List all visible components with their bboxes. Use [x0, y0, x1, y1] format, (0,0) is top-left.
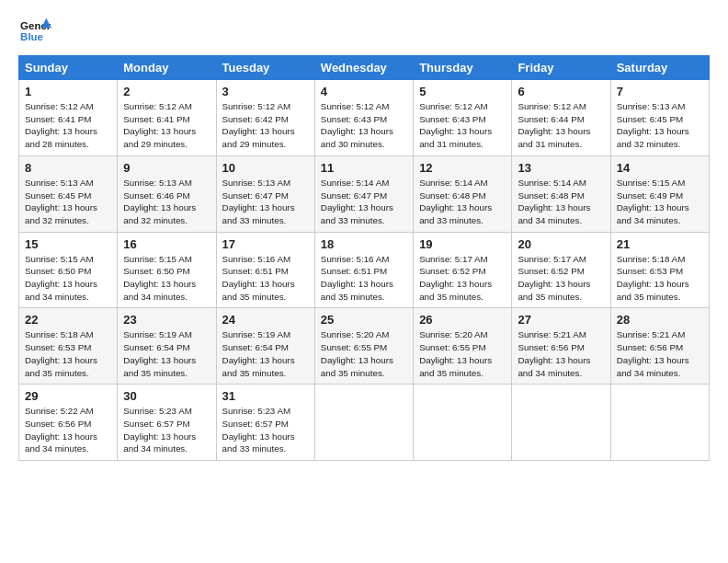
day-detail: Sunrise: 5:13 AMSunset: 6:47 PMDaylight:…: [222, 177, 309, 227]
day-number: 14: [617, 161, 703, 175]
day-detail: Sunrise: 5:16 AMSunset: 6:51 PMDaylight:…: [222, 253, 309, 304]
day-number: 2: [123, 85, 210, 98]
day-detail: Sunrise: 5:19 AMSunset: 6:54 PMDaylight:…: [123, 328, 210, 379]
svg-text:Blue: Blue: [20, 31, 43, 42]
weekday-header-friday: Friday: [512, 56, 610, 80]
calendar-cell: 24Sunrise: 5:19 AMSunset: 6:54 PMDayligh…: [216, 308, 314, 385]
calendar-cell: 6Sunrise: 5:12 AMSunset: 6:44 PMDaylight…: [512, 80, 610, 156]
calendar-table: SundayMondayTuesdayWednesdayThursdayFrid…: [18, 55, 710, 461]
day-number: 29: [25, 389, 111, 403]
day-number: 1: [25, 85, 111, 98]
day-detail: Sunrise: 5:19 AMSunset: 6:54 PMDaylight:…: [222, 328, 309, 379]
day-number: 10: [222, 161, 309, 175]
day-number: 22: [25, 313, 111, 327]
calendar-cell: [512, 385, 610, 461]
day-number: 11: [321, 161, 407, 175]
calendar-cell: 10Sunrise: 5:13 AMSunset: 6:47 PMDayligh…: [216, 155, 314, 232]
day-detail: Sunrise: 5:13 AMSunset: 6:45 PMDaylight:…: [25, 177, 111, 227]
calendar-cell: 19Sunrise: 5:17 AMSunset: 6:52 PMDayligh…: [414, 232, 512, 308]
day-number: 28: [617, 313, 703, 327]
calendar-cell: [414, 385, 512, 461]
weekday-header-wednesday: Wednesday: [314, 56, 413, 80]
calendar-cell: 8Sunrise: 5:13 AMSunset: 6:45 PMDaylight…: [19, 155, 118, 232]
day-detail: Sunrise: 5:20 AMSunset: 6:55 PMDaylight:…: [321, 328, 407, 379]
day-detail: Sunrise: 5:15 AMSunset: 6:49 PMDaylight:…: [617, 177, 703, 227]
day-detail: Sunrise: 5:16 AMSunset: 6:51 PMDaylight:…: [321, 253, 407, 304]
calendar-cell: 31Sunrise: 5:23 AMSunset: 6:57 PMDayligh…: [216, 385, 314, 461]
calendar-week-3: 15Sunrise: 5:15 AMSunset: 6:50 PMDayligh…: [19, 232, 710, 308]
calendar-cell: 20Sunrise: 5:17 AMSunset: 6:52 PMDayligh…: [512, 232, 610, 308]
calendar-cell: 9Sunrise: 5:13 AMSunset: 6:46 PMDaylight…: [118, 155, 216, 232]
calendar-cell: 14Sunrise: 5:15 AMSunset: 6:49 PMDayligh…: [610, 155, 709, 232]
header: General Blue: [18, 17, 710, 44]
day-detail: Sunrise: 5:13 AMSunset: 6:45 PMDaylight:…: [617, 100, 703, 151]
calendar-cell: 27Sunrise: 5:21 AMSunset: 6:56 PMDayligh…: [512, 308, 610, 385]
day-number: 8: [25, 161, 111, 175]
calendar-cell: 25Sunrise: 5:20 AMSunset: 6:55 PMDayligh…: [314, 308, 413, 385]
day-detail: Sunrise: 5:14 AMSunset: 6:48 PMDaylight:…: [419, 177, 506, 227]
day-number: 18: [321, 237, 407, 251]
day-number: 27: [518, 313, 604, 327]
calendar-cell: 5Sunrise: 5:12 AMSunset: 6:43 PMDaylight…: [414, 80, 512, 156]
day-number: 30: [123, 389, 210, 403]
day-number: 7: [617, 85, 703, 98]
day-detail: Sunrise: 5:18 AMSunset: 6:53 PMDaylight:…: [25, 328, 111, 379]
day-detail: Sunrise: 5:12 AMSunset: 6:41 PMDaylight:…: [25, 100, 111, 151]
day-detail: Sunrise: 5:21 AMSunset: 6:56 PMDaylight:…: [617, 328, 703, 379]
calendar-week-4: 22Sunrise: 5:18 AMSunset: 6:53 PMDayligh…: [19, 308, 710, 385]
day-detail: Sunrise: 5:18 AMSunset: 6:53 PMDaylight:…: [617, 253, 703, 304]
calendar-cell: 13Sunrise: 5:14 AMSunset: 6:48 PMDayligh…: [512, 155, 610, 232]
day-detail: Sunrise: 5:12 AMSunset: 6:43 PMDaylight:…: [419, 100, 506, 151]
day-detail: Sunrise: 5:21 AMSunset: 6:56 PMDaylight:…: [518, 328, 604, 379]
calendar-cell: 30Sunrise: 5:23 AMSunset: 6:57 PMDayligh…: [118, 385, 216, 461]
day-detail: Sunrise: 5:12 AMSunset: 6:42 PMDaylight:…: [222, 100, 309, 151]
weekday-header-monday: Monday: [118, 56, 216, 80]
calendar-cell: 1Sunrise: 5:12 AMSunset: 6:41 PMDaylight…: [19, 80, 118, 156]
calendar-cell: 21Sunrise: 5:18 AMSunset: 6:53 PMDayligh…: [610, 232, 709, 308]
day-number: 20: [518, 237, 604, 251]
calendar-cell: 7Sunrise: 5:13 AMSunset: 6:45 PMDaylight…: [610, 80, 709, 156]
calendar-cell: 2Sunrise: 5:12 AMSunset: 6:41 PMDaylight…: [118, 80, 216, 156]
calendar-cell: [610, 385, 709, 461]
day-number: 3: [222, 85, 309, 98]
page: General Blue SundayMondayTuesdayWednesda…: [0, 0, 728, 470]
weekday-header-tuesday: Tuesday: [216, 56, 314, 80]
weekday-header-sunday: Sunday: [19, 56, 118, 80]
day-number: 15: [25, 237, 111, 251]
day-number: 19: [419, 237, 506, 251]
calendar-cell: 15Sunrise: 5:15 AMSunset: 6:50 PMDayligh…: [19, 232, 118, 308]
day-detail: Sunrise: 5:14 AMSunset: 6:48 PMDaylight:…: [518, 177, 604, 227]
day-detail: Sunrise: 5:14 AMSunset: 6:47 PMDaylight:…: [321, 177, 407, 227]
day-number: 16: [123, 237, 210, 251]
day-detail: Sunrise: 5:12 AMSunset: 6:44 PMDaylight:…: [518, 100, 604, 151]
calendar-cell: 18Sunrise: 5:16 AMSunset: 6:51 PMDayligh…: [314, 232, 413, 308]
day-number: 4: [321, 85, 407, 98]
day-detail: Sunrise: 5:17 AMSunset: 6:52 PMDaylight:…: [518, 253, 604, 304]
calendar-cell: 4Sunrise: 5:12 AMSunset: 6:43 PMDaylight…: [314, 80, 413, 156]
weekday-header-thursday: Thursday: [414, 56, 512, 80]
day-detail: Sunrise: 5:22 AMSunset: 6:56 PMDaylight:…: [25, 405, 111, 455]
calendar-cell: 26Sunrise: 5:20 AMSunset: 6:55 PMDayligh…: [414, 308, 512, 385]
day-detail: Sunrise: 5:12 AMSunset: 6:43 PMDaylight:…: [321, 100, 407, 151]
day-number: 12: [419, 161, 506, 175]
day-detail: Sunrise: 5:12 AMSunset: 6:41 PMDaylight:…: [123, 100, 210, 151]
day-number: 9: [123, 161, 210, 175]
calendar-cell: 11Sunrise: 5:14 AMSunset: 6:47 PMDayligh…: [314, 155, 413, 232]
calendar-cell: 22Sunrise: 5:18 AMSunset: 6:53 PMDayligh…: [19, 308, 118, 385]
day-number: 24: [222, 313, 309, 327]
day-number: 26: [419, 313, 506, 327]
day-detail: Sunrise: 5:15 AMSunset: 6:50 PMDaylight:…: [123, 253, 210, 304]
calendar-cell: 12Sunrise: 5:14 AMSunset: 6:48 PMDayligh…: [414, 155, 512, 232]
day-detail: Sunrise: 5:20 AMSunset: 6:55 PMDaylight:…: [419, 328, 506, 379]
calendar-cell: 29Sunrise: 5:22 AMSunset: 6:56 PMDayligh…: [19, 385, 118, 461]
calendar-cell: 23Sunrise: 5:19 AMSunset: 6:54 PMDayligh…: [118, 308, 216, 385]
day-number: 21: [617, 237, 703, 251]
day-detail: Sunrise: 5:23 AMSunset: 6:57 PMDaylight:…: [222, 405, 309, 455]
day-number: 5: [419, 85, 506, 98]
day-number: 6: [518, 85, 604, 98]
day-number: 31: [222, 389, 309, 403]
logo-icon: General Blue: [18, 17, 51, 44]
calendar-week-1: 1Sunrise: 5:12 AMSunset: 6:41 PMDaylight…: [19, 80, 710, 156]
calendar-cell: 3Sunrise: 5:12 AMSunset: 6:42 PMDaylight…: [216, 80, 314, 156]
day-number: 25: [321, 313, 407, 327]
